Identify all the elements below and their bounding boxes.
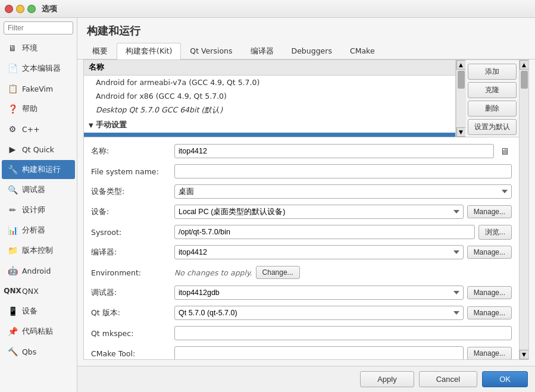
label-sysroot: Sysroot: — [91, 228, 174, 237]
select-debugger[interactable]: itop4412gdb — [174, 286, 464, 300]
manage-compiler-button[interactable]: Manage... — [467, 246, 512, 259]
scrollbar-thumb[interactable] — [458, 71, 465, 89]
input-qt-mkspec[interactable] — [174, 326, 512, 340]
bottom-bar: Apply Cancel OK — [77, 366, 535, 392]
manage-debugger-button[interactable]: Manage... — [467, 286, 512, 299]
qbs-icon: 🔨 — [7, 346, 18, 357]
tab-overview[interactable]: 概要 — [83, 43, 117, 59]
input-name[interactable] — [174, 144, 494, 158]
sidebar-item-cpp[interactable]: ⚙ C++ — [2, 120, 75, 139]
tab-compilers[interactable]: 编译器 — [242, 43, 283, 59]
sidebar-item-qbs[interactable]: 🔨 Qbs — [2, 342, 75, 361]
kit-list-scrollbar[interactable]: ▲ ▼ — [456, 60, 465, 137]
kit-list-section: 名称 Android for armeabi-v7a (GCC 4.9, Qt … — [84, 60, 519, 137]
sidebar-label-fakevim: FakeVim — [22, 84, 53, 93]
sidebar-item-devices[interactable]: 📱 设备 — [2, 302, 75, 321]
tab-cmake[interactable]: CMake — [341, 43, 384, 59]
scrollbar-up-button[interactable]: ▲ — [456, 60, 466, 70]
page-title: 构建和运行 — [77, 18, 535, 43]
sidebar-item-build-run[interactable]: 🔧 构建和运行 — [2, 160, 75, 179]
manage-device-button[interactable]: Manage... — [467, 205, 512, 218]
form-row-name: 名称: 🖥 — [91, 143, 512, 159]
tab-kits[interactable]: 构建套件(Kit) — [117, 43, 181, 59]
label-qt-version: Qt 版本: — [91, 308, 174, 318]
sidebar-label-environment: 环境 — [22, 43, 37, 54]
sidebar-item-android[interactable]: 🤖 Android — [2, 261, 75, 280]
analyzer-icon: 📊 — [7, 224, 18, 236]
maximize-button[interactable] — [27, 5, 36, 13]
main-scrollbar-thumb[interactable] — [521, 71, 528, 89]
kit-item-desktop[interactable]: Desktop Qt 5.7.0 GCC 64bit (默认) — [84, 103, 455, 118]
kit-group-manual[interactable]: ▼ 手动设置 — [84, 118, 455, 133]
main-scrollbar-up[interactable]: ▲ — [520, 60, 529, 70]
label-device-type: 设备类型: — [91, 187, 174, 197]
label-device: 设备: — [91, 207, 174, 217]
sidebar-item-text-editor[interactable]: 📄 文本编辑器 — [2, 59, 75, 78]
tab-debuggers[interactable]: Debuggers — [283, 43, 341, 59]
tab-qt-versions[interactable]: Qt Versions — [181, 43, 241, 59]
sidebar-label-qbs: Qbs — [22, 347, 36, 356]
form-row-qt-version: Qt 版本: Qt 5.7.0 (qt-5.7.0) Manage... — [91, 305, 512, 321]
form-row-device-type: 设备类型: 桌面 — [91, 184, 512, 199]
scrollbar-track[interactable] — [456, 70, 466, 127]
sidebar-label-cpp: C++ — [22, 125, 40, 134]
ok-button[interactable]: OK — [482, 371, 528, 387]
filter-input[interactable] — [4, 21, 73, 35]
kit-item-android-armeabi[interactable]: Android for armeabi-v7a (GCC 4.9, Qt 5.7… — [84, 76, 455, 89]
manage-cmake-tool-button[interactable]: Manage... — [467, 347, 512, 359]
change-environment-button[interactable]: Change... — [256, 266, 300, 279]
manage-qt-version-button[interactable]: Manage... — [467, 306, 512, 319]
sidebar-item-qnx[interactable]: QNX QNX — [2, 281, 75, 300]
add-kit-button[interactable]: 添加 — [468, 64, 517, 80]
select-device[interactable]: Local PC (桌面类型的默认设备) — [174, 205, 464, 219]
control-filesystem — [174, 164, 512, 178]
sidebar-item-version-control[interactable]: 📁 版本控制 — [2, 241, 75, 260]
cancel-button[interactable]: Cancel — [419, 371, 477, 387]
input-cmake-tool[interactable] — [174, 346, 464, 359]
form-row-debugger: 调试器: itop4412gdb Manage... — [91, 285, 512, 300]
environment-status: No changes to apply. — [174, 268, 252, 277]
kit-list: Android for armeabi-v7a (GCC 4.9, Qt 5.7… — [84, 76, 455, 137]
form-row-sysroot: Sysroot: 浏览... — [91, 224, 512, 240]
form-row-filesystem: File system name: — [91, 164, 512, 179]
apply-button[interactable]: Apply — [360, 371, 414, 387]
sidebar: 🖥 环境 📄 文本编辑器 📋 FakeVim ❓ 帮助 ⚙ C++ ▶ Qt Q… — [0, 18, 77, 392]
main-scrollbar-down[interactable]: ▼ — [520, 350, 529, 359]
select-compiler[interactable]: itop4412 — [174, 245, 464, 259]
form-row-environment: Environment: No changes to apply. Change… — [91, 265, 512, 280]
browse-sysroot-button[interactable]: 浏览... — [478, 225, 512, 240]
clone-kit-button[interactable]: 克隆 — [468, 82, 517, 98]
sidebar-item-debugger[interactable]: 🔍 调试器 — [2, 180, 75, 199]
input-filesystem[interactable] — [174, 164, 512, 178]
set-default-kit-button[interactable]: 设置为默认 — [468, 119, 517, 135]
cpp-icon: ⚙ — [7, 123, 18, 135]
sidebar-label-qnx: QNX — [22, 287, 39, 296]
scrollbar-down-button[interactable]: ▼ — [456, 127, 466, 137]
sidebar-item-code-snippets[interactable]: 📌 代码粘贴 — [2, 322, 75, 341]
sidebar-item-help[interactable]: ❓ 帮助 — [2, 99, 75, 118]
sidebar-item-environment[interactable]: 🖥 环境 — [2, 39, 75, 58]
close-button[interactable] — [5, 5, 13, 13]
sidebar-item-fakevim[interactable]: 📋 FakeVim — [2, 79, 75, 98]
warning-icon: ⚠ — [102, 135, 109, 137]
sidebar-item-analyzer[interactable]: 📊 分析器 — [2, 221, 75, 240]
monitor-icon[interactable]: 🖥 — [498, 144, 512, 158]
fakevim-icon: 📋 — [7, 83, 18, 95]
sidebar-item-qt-quick[interactable]: ▶ Qt Quick — [2, 140, 75, 159]
tabs-bar: 概要 构建套件(Kit) Qt Versions 编译器 Debuggers C… — [77, 43, 535, 59]
sidebar-item-designer[interactable]: ✏ 设计师 — [2, 200, 75, 219]
delete-kit-button[interactable]: 删除 — [468, 101, 517, 117]
sidebar-label-debugger: 调试器 — [22, 185, 45, 195]
kit-item-android-x86[interactable]: Android for x86 (GCC 4.9, Qt 5.7.0) — [84, 89, 455, 103]
kit-item-itop4412[interactable]: ⚠ itop4412 — [84, 133, 455, 137]
main-scrollbar-track[interactable] — [520, 70, 529, 350]
select-device-type[interactable]: 桌面 — [174, 184, 512, 199]
select-qt-version[interactable]: Qt 5.7.0 (qt-5.7.0) — [174, 306, 464, 320]
form-row-qt-mkspec: Qt mkspec: — [91, 325, 512, 341]
content-area: 构建和运行 概要 构建套件(Kit) Qt Versions 编译器 Debug… — [77, 18, 535, 392]
minimize-button[interactable] — [16, 5, 24, 13]
kit-list-header: 名称 — [84, 60, 455, 76]
label-cmake-tool: CMake Tool: — [91, 349, 174, 358]
input-sysroot[interactable] — [174, 225, 475, 239]
main-scrollbar[interactable]: ▲ ▼ — [519, 60, 528, 359]
